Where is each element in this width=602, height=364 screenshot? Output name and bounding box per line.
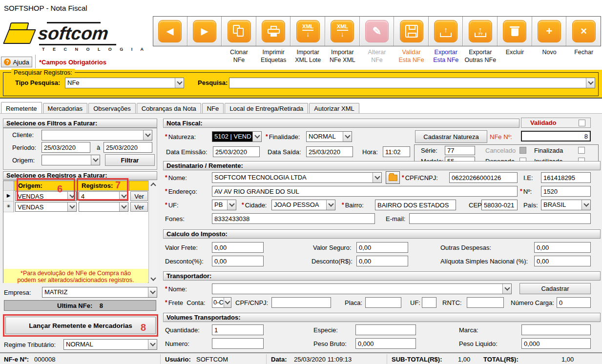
- toolbar-button-importar-xml-lote[interactable]: XML↓: [291, 17, 325, 46]
- cliente-select[interactable]: [42, 130, 152, 141]
- chevron-down-icon[interactable]: [326, 200, 335, 210]
- toolbar-button-excluir[interactable]: [498, 17, 532, 46]
- chevron-down-icon[interactable]: [252, 132, 261, 142]
- chevron-down-icon[interactable]: [581, 200, 590, 210]
- tab-local-entrega-retirada[interactable]: Local de Entrega/Retirada: [225, 103, 308, 113]
- data-emissao-input[interactable]: [213, 146, 260, 157]
- dest-fones-input[interactable]: [212, 213, 375, 224]
- numero-vol-input[interactable]: [212, 338, 264, 349]
- tab-mercadorias[interactable]: Mercadorias: [43, 103, 88, 113]
- grid-row2-ver-button[interactable]: Ver: [130, 202, 148, 212]
- toolbar-button-fechar[interactable]: ×: [566, 17, 601, 46]
- outras-despesas-input[interactable]: [534, 242, 591, 253]
- toolbar-button-imprimir-etiquetas[interactable]: [256, 17, 291, 46]
- toolbar-button-novo[interactable]: +: [532, 17, 567, 46]
- peso-bruto-input[interactable]: [355, 338, 416, 349]
- dest-endereco-input[interactable]: [212, 186, 518, 197]
- chevron-down-icon[interactable]: [175, 78, 184, 88]
- transp-uf-input[interactable]: [422, 297, 436, 308]
- tab-observacoes[interactable]: Observações: [88, 103, 136, 113]
- periodo-to-input[interactable]: [104, 142, 152, 153]
- chevron-down-icon[interactable]: [67, 202, 76, 211]
- rntc-input[interactable]: [467, 297, 504, 308]
- marca-input[interactable]: [521, 324, 591, 335]
- placa-input[interactable]: [365, 297, 401, 308]
- dest-pais-select[interactable]: BRASIL: [541, 200, 591, 210]
- toolbar-button-clonar-nfe[interactable]: [222, 17, 256, 46]
- desconto-rs-input[interactable]: [356, 256, 408, 266]
- data-saida-input[interactable]: [306, 146, 353, 157]
- grid-row2-origem-select[interactable]: VENDAS: [15, 202, 77, 212]
- validado-label: Validado: [530, 119, 556, 126]
- chevron-down-icon[interactable]: [91, 155, 100, 165]
- dest-ie-input[interactable]: [541, 172, 591, 183]
- chevron-down-icon[interactable]: [224, 298, 231, 307]
- valor-frete-input[interactable]: [212, 242, 264, 253]
- origem-filter-select[interactable]: [42, 155, 100, 165]
- tab-remetente[interactable]: Remetente: [1, 102, 42, 113]
- help-button[interactable]: ? Ajuda: [1, 57, 32, 67]
- open-folder-button[interactable]: [386, 171, 400, 184]
- current-row-icon: ▶: [7, 193, 11, 198]
- toolbar-button-importar-nfe-xml[interactable]: XML↓: [325, 17, 360, 46]
- registros-scrollbar[interactable]: [148, 181, 157, 283]
- grid-row2-registros-select[interactable]: [79, 202, 128, 212]
- dest-cidade-select[interactable]: JOAO PESSOA: [271, 200, 335, 210]
- toolbar-button-validar-esta-nfe[interactable]: [394, 17, 429, 46]
- dest-bairro-input[interactable]: [375, 200, 456, 210]
- toolbar-button-back[interactable]: ◀: [153, 17, 187, 46]
- search-query-input[interactable]: [229, 78, 595, 88]
- empresa-select[interactable]: MATRIZ: [42, 287, 157, 298]
- search-type-select[interactable]: NFe: [65, 78, 184, 88]
- dest-cpf-input[interactable]: [449, 172, 518, 183]
- numero-carga-input[interactable]: [557, 297, 591, 308]
- natureza-label: *Natureza:: [165, 133, 196, 141]
- cancelado-checkbox[interactable]: [519, 147, 526, 154]
- serie-input[interactable]: [445, 146, 475, 155]
- regime-tributario-select[interactable]: NORMAL: [63, 339, 157, 350]
- dest-nome-select[interactable]: SOFTCOM TECNOLOGIA LTDA: [212, 172, 382, 183]
- cadastrar-natureza-button[interactable]: Cadastrar Natureza: [415, 130, 487, 143]
- nfe-numero-input[interactable]: [521, 131, 591, 142]
- finalizada-checkbox[interactable]: [578, 147, 585, 154]
- destinatario-section-header: Destinatario / Remetente:: [163, 161, 601, 170]
- peso-liquido-input[interactable]: [521, 338, 591, 349]
- especie-input[interactable]: [355, 324, 416, 335]
- scroll-down-button[interactable]: [149, 274, 157, 283]
- tab-nfe[interactable]: NFe: [202, 103, 224, 113]
- validado-checkbox[interactable]: [579, 120, 585, 126]
- tab-autorizar-xml[interactable]: Autorizar XML: [309, 103, 359, 113]
- grid-row1-ver-button[interactable]: Ver: [130, 191, 148, 201]
- chevron-down-icon[interactable]: [148, 340, 157, 349]
- chevron-down-icon[interactable]: [343, 132, 352, 142]
- chevron-down-icon[interactable]: [373, 173, 381, 182]
- toolbar-button-exportar-esta-nfe[interactable]: ↑: [429, 17, 463, 46]
- valor-seguro-input[interactable]: [356, 242, 408, 253]
- transp-cpf-input[interactable]: [271, 297, 331, 308]
- frete-conta-select[interactable]: 0-C: [212, 297, 231, 308]
- toolbar-button-exportar-outras-nfe[interactable]: ↑??: [463, 17, 498, 46]
- filtrar-button[interactable]: Filtrar: [105, 154, 155, 166]
- dest-uf-select[interactable]: PB: [212, 200, 236, 210]
- finalidade-select[interactable]: NORMAL: [306, 131, 352, 142]
- toolbar-button-forward[interactable]: ▶: [187, 17, 222, 46]
- aliquota-input[interactable]: [534, 256, 591, 266]
- tab-cobrancas-da-nota[interactable]: Cobranças da Nota: [137, 103, 201, 113]
- dest-numero-input[interactable]: [541, 186, 591, 197]
- quantidade-input[interactable]: [212, 324, 264, 335]
- natureza-select[interactable]: 5102 | VEND: [212, 131, 262, 142]
- chevron-down-icon[interactable]: [586, 78, 595, 88]
- dest-cep-input[interactable]: [481, 200, 518, 210]
- periodo-from-input[interactable]: [42, 142, 90, 153]
- chevron-down-icon[interactable]: [148, 287, 157, 297]
- desconto-pct-input[interactable]: [212, 256, 264, 266]
- chevron-down-icon[interactable]: [143, 130, 152, 140]
- cadastrar-transportador-button[interactable]: Cadastrar: [519, 283, 591, 294]
- transp-nome-select[interactable]: [212, 283, 512, 294]
- hora-input[interactable]: [383, 146, 410, 157]
- scroll-up-button[interactable]: [149, 181, 157, 189]
- dest-email-input[interactable]: [409, 213, 591, 224]
- chevron-down-icon[interactable]: [119, 202, 128, 211]
- chevron-down-icon[interactable]: [227, 200, 236, 210]
- chevron-down-icon[interactable]: [502, 284, 511, 294]
